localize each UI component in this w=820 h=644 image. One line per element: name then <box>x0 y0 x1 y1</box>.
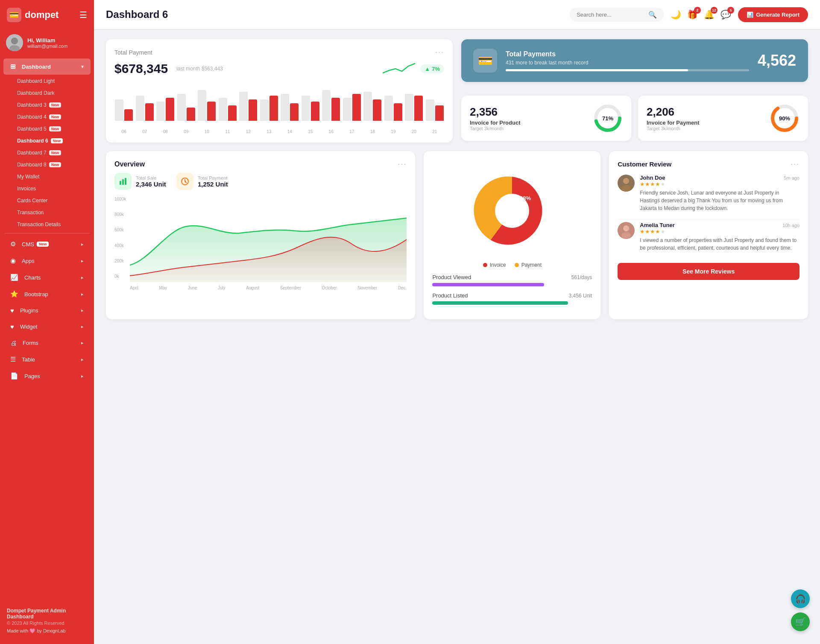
product-listed-label: Product Listed <box>432 292 468 299</box>
bar-x-label: 17 <box>343 129 362 134</box>
chevron-right-icon: ▸ <box>81 275 84 280</box>
nav-pages-label: Pages <box>24 373 40 379</box>
forms-icon: 🖨 <box>10 339 17 347</box>
gift-badge: 2 <box>694 7 701 14</box>
sidebar-item-transaction-details[interactable]: Transaction Details <box>0 219 94 230</box>
nav-table-label-wrap: ☰ Table <box>10 356 81 363</box>
moon-icon: 🌙 <box>671 10 681 19</box>
svg-text:38%: 38% <box>520 195 531 201</box>
gray-bar <box>343 98 351 121</box>
total-sale-label: Total Sale <box>136 175 166 181</box>
nav-charts-label: Charts <box>24 274 41 281</box>
total-payment-top: $678,345 last month $563,443 ▲ 7% <box>114 61 444 76</box>
badge-new: New <box>49 162 62 167</box>
review-name-john: John Doe <box>640 175 665 181</box>
nav-charts[interactable]: 📈 Charts ▸ <box>3 269 91 286</box>
sidebar-footer: Dompet Payment Admin Dashboard © 2023 Al… <box>0 603 94 635</box>
bar-x-label: 08 <box>156 129 175 134</box>
gray-bar <box>260 99 269 121</box>
red-bar <box>352 94 361 121</box>
sidebar-item-cards-center[interactable]: Cards Center <box>0 195 94 207</box>
nav-apps-label-wrap: ◉ Apps <box>10 257 81 265</box>
red-bar <box>311 102 319 121</box>
sidebar-item-dashboard-7[interactable]: Dashboard 7 New <box>0 147 94 159</box>
nav-table[interactable]: ☰ Table ▸ <box>3 351 91 367</box>
sidebar-item-dashboard-6[interactable]: Dashboard 6 New <box>0 135 94 147</box>
bar-x-label: 11 <box>218 129 237 134</box>
nav-bootstrap[interactable]: ⭐ Bootstrap ▸ <box>3 286 91 302</box>
sidebar-item-dashboard-4[interactable]: Dashboard 4 New <box>0 111 94 123</box>
gray-bar <box>363 92 372 121</box>
heart-icon: ♥ <box>10 307 14 314</box>
badge-new: New <box>49 150 62 155</box>
sidebar-item-dashboard-5[interactable]: Dashboard 5 New <box>0 123 94 135</box>
notification-button[interactable]: 🔔 12 <box>704 9 715 20</box>
nav-dashboard-label-wrap: ⊞ Dashboard <box>10 63 81 70</box>
review-stars-john: ★★★★★ <box>640 181 800 187</box>
overview-menu[interactable]: ··· <box>398 160 407 169</box>
hamburger-icon[interactable]: ☰ <box>79 10 87 20</box>
gray-bar <box>219 98 227 121</box>
bar-col <box>280 82 299 121</box>
review-avatar-john <box>618 175 635 192</box>
invoice-product-card: 2,356 Invoice for Product Target 3k/mont… <box>461 96 631 141</box>
review-stars-amelia: ★★★★★ <box>640 228 800 235</box>
footer-title: Dompet Payment Admin Dashboard <box>7 608 87 620</box>
theme-toggle-button[interactable]: 🌙 <box>671 9 681 20</box>
x-axis: AprilMayJuneJulyAugustSeptemberOctoberNo… <box>130 286 407 290</box>
chevron-right-icon: ▸ <box>81 242 84 247</box>
product-viewed-label: Product Viewed <box>432 274 471 280</box>
sidebar-item-my-wallet[interactable]: My Wallet <box>0 171 94 183</box>
payment-legend-label: Payment <box>521 262 542 268</box>
chat-button[interactable]: 💬 5 <box>720 9 731 20</box>
sidebar-item-invoices[interactable]: Invoices <box>0 183 94 195</box>
bar-x-label: 20 <box>404 129 424 134</box>
review-menu[interactable]: ··· <box>791 160 800 169</box>
payment-dot <box>515 263 519 267</box>
nav-bootstrap-label: Bootstrap <box>24 291 48 297</box>
chevron-right-icon: ▸ <box>81 291 84 297</box>
red-bar <box>414 96 423 121</box>
nav-cms[interactable]: ⚙ CMS New ▸ <box>3 236 91 252</box>
search-input[interactable] <box>577 12 645 18</box>
topbar-icons: 🌙 🎁 2 🔔 12 💬 5 <box>671 9 731 20</box>
gray-bar <box>281 94 289 121</box>
product-listed-bar <box>432 301 568 305</box>
bar-x-label: 09 <box>177 129 196 134</box>
cart-fab-button[interactable]: 🛒 <box>791 612 810 631</box>
sidebar-item-dashboard-3[interactable]: Dashboard 3 New <box>0 99 94 111</box>
nav-apps[interactable]: ◉ Apps ▸ <box>3 253 91 269</box>
gray-bar <box>198 90 206 121</box>
nav-cms-label-wrap: ⚙ CMS New <box>10 240 81 248</box>
generate-report-button[interactable]: 📊 Generate Report <box>738 7 808 22</box>
sidebar-logo[interactable]: 💳 dompet <box>7 8 59 22</box>
bar-col <box>404 82 424 121</box>
sidebar-item-dashboard-light[interactable]: Dashboard Light <box>0 75 94 87</box>
sidebar-item-transaction[interactable]: Transaction <box>0 207 94 219</box>
support-fab-button[interactable]: 🎧 <box>791 589 810 608</box>
nav-dashboard[interactable]: ⊞ Dashboard ▾ <box>3 58 91 75</box>
overview-header: Overview ··· <box>114 160 407 169</box>
total-payment-amount: $678,345 <box>114 61 168 76</box>
total-payment-chip-label: Total Payment <box>198 175 228 181</box>
total-payment-menu[interactable]: ··· <box>435 48 444 57</box>
see-more-reviews-button[interactable]: See More Reviews <box>618 263 800 280</box>
sidebar-item-dashboard-8[interactable]: Dashboard 8 New <box>0 159 94 171</box>
bar-labels: 06070809101112131415161718192021 <box>114 129 444 134</box>
red-bar <box>145 103 154 121</box>
main: Dashboard 6 🔍 🌙 🎁 2 🔔 12 💬 5 📊 G <box>94 0 820 644</box>
sidebar-item-dashboard-dark[interactable]: Dashboard Dark <box>0 87 94 99</box>
trend-value: 7% <box>432 66 440 72</box>
nav-widget[interactable]: ♥ Widget ▸ <box>3 319 91 335</box>
red-bar <box>435 105 444 121</box>
invoice-payment-pct: 90% <box>779 115 790 122</box>
overview-title: Overview <box>114 160 145 168</box>
nav-cms-label: CMS <box>22 241 34 248</box>
bar-col <box>135 82 155 121</box>
nav-forms[interactable]: 🖨 Forms ▸ <box>3 335 91 351</box>
nav-plugins[interactable]: ♥ Plugins ▸ <box>3 303 91 318</box>
product-stats: Product Viewed 561/days Product Listed 3… <box>432 274 592 305</box>
gift-button[interactable]: 🎁 2 <box>687 9 698 20</box>
gray-bar <box>426 99 434 121</box>
nav-pages[interactable]: 📄 Pages ▸ <box>3 368 91 384</box>
